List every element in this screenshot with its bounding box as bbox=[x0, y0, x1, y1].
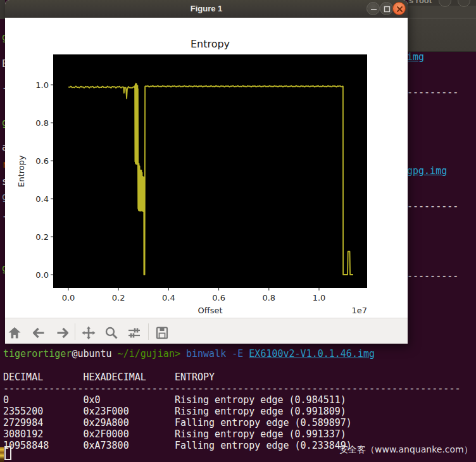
scrollback-separator: --------- bbox=[407, 201, 458, 212]
chart-title: Entropy bbox=[191, 38, 230, 50]
y-tick-label: 0.8 bbox=[35, 118, 49, 128]
x-tick-label: 1.0 bbox=[313, 293, 326, 303]
scrollback-file-link[interactable]: img bbox=[407, 51, 424, 63]
prompt-path: ~/i/gujian> bbox=[112, 348, 180, 359]
prompt-user: tigerortiger bbox=[3, 348, 72, 359]
table-separator: ----------------------------------------… bbox=[3, 383, 460, 394]
y-tick-label: 0.4 bbox=[35, 194, 49, 204]
background-window-title: s root bbox=[409, 0, 432, 5]
left-edge-character: a bbox=[0, 142, 5, 153]
pan-button[interactable] bbox=[81, 325, 96, 340]
toolbar-separator bbox=[148, 323, 149, 340]
back-button[interactable] bbox=[31, 325, 46, 340]
x-axis-label: Offset bbox=[197, 306, 222, 315]
table-row: 27299840x29A800Falling entropy edge (0.5… bbox=[3, 417, 352, 428]
scrollback-file-link[interactable]: gpg.img bbox=[407, 165, 447, 177]
command-file-link[interactable]: EX6100v2-V1.0.1.46.img bbox=[249, 348, 375, 359]
forward-button[interactable] bbox=[55, 325, 70, 340]
scrollback-separator: --------- bbox=[407, 87, 458, 98]
prompt-command: binwalk -E bbox=[180, 348, 249, 359]
table-row: 00x0Rising entropy edge (0.984511) bbox=[3, 394, 346, 406]
y-tick-label: 0.2 bbox=[35, 232, 49, 242]
left-edge-character: g bbox=[0, 191, 5, 203]
left-edge-character: E bbox=[0, 58, 5, 70]
minimize-button[interactable] bbox=[366, 2, 380, 15]
prompt-host: @ubuntu bbox=[72, 348, 111, 359]
x-tick-label: 0.0 bbox=[62, 293, 75, 303]
figure-toolbar bbox=[5, 318, 408, 344]
left-edge-character: - bbox=[0, 82, 5, 94]
table-header-decimal: DECIMAL bbox=[3, 371, 83, 383]
background-window-corner bbox=[0, 0, 5, 19]
partial-icon bbox=[0, 447, 4, 462]
table-header-hexadecimal: HEXADECIMAL bbox=[83, 371, 174, 383]
background-window-header: s root bbox=[408, 0, 476, 52]
x-tick-label: 0.6 bbox=[212, 293, 225, 303]
table-header-row: DECIMALHEXADECIMALENTROPY bbox=[3, 371, 215, 383]
figure-canvas[interactable]: Entropy0.00.20.40.60.81.00.00.20.40.60.8… bbox=[5, 18, 408, 318]
toolbar-separator bbox=[75, 323, 75, 340]
close-button[interactable] bbox=[392, 2, 406, 15]
left-edge-character: r bbox=[0, 159, 5, 170]
left-edge-character: - bbox=[0, 211, 5, 222]
watermark: 安全客（www.anquanke.com） bbox=[339, 444, 473, 456]
y-axis-label: Entropy bbox=[16, 155, 26, 187]
table-row: 109588480xA73800Falling entropy edge (0.… bbox=[3, 440, 352, 451]
background-window-titlebar bbox=[408, 6, 476, 18]
left-edge-character: g bbox=[0, 117, 5, 128]
y-tick-label: 0.6 bbox=[35, 156, 49, 166]
plot-area bbox=[53, 54, 367, 288]
maximize-button[interactable] bbox=[380, 2, 393, 15]
table-row: 30801920x2F0000Rising entropy edge (0.99… bbox=[3, 428, 346, 440]
x-axis-scale: 1e7 bbox=[351, 306, 367, 315]
terminal-cursor bbox=[4, 446, 11, 460]
scrollback-separator: --------- bbox=[407, 270, 458, 282]
save-button[interactable] bbox=[154, 325, 170, 340]
left-edge-character: g bbox=[0, 263, 5, 274]
x-tick-label: 0.2 bbox=[112, 293, 125, 303]
table-row: 23552000x23F000Rising entropy edge (0.99… bbox=[3, 406, 346, 417]
background-window-divider bbox=[408, 18, 476, 19]
zoom-button[interactable] bbox=[104, 325, 119, 340]
figure-titlebar[interactable]: Figure 1 bbox=[5, 0, 408, 18]
configure-subplots-button[interactable] bbox=[127, 325, 142, 340]
y-tick-label: 0.0 bbox=[35, 270, 49, 280]
table-header-entropy: ENTROPY bbox=[175, 371, 215, 383]
figure-window: Figure 1 Entropy0.00.20.40.60.81.00.00.2… bbox=[5, 0, 408, 344]
desktop: s root gE-garsg-g img---------gpg.img---… bbox=[0, 0, 476, 462]
left-edge-character: s bbox=[0, 176, 5, 187]
x-tick-label: 0.8 bbox=[262, 293, 275, 303]
y-tick-label: 1.0 bbox=[35, 80, 49, 90]
home-button[interactable] bbox=[7, 325, 22, 340]
terminal-prompt-line: tigerortiger@ubuntu ~/i/gujian> binwalk … bbox=[3, 348, 375, 359]
x-tick-label: 0.4 bbox=[162, 293, 175, 303]
figure-title: Figure 1 bbox=[5, 4, 408, 13]
left-edge-character: g bbox=[0, 32, 5, 43]
